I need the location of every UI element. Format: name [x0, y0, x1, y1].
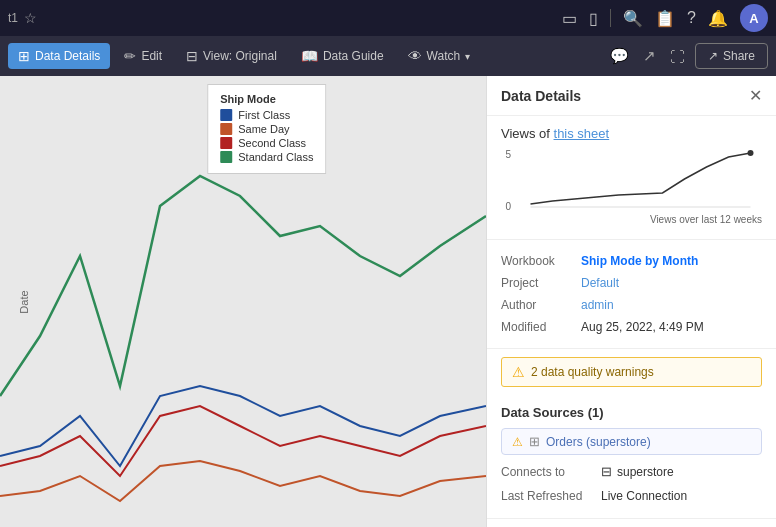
top-nav-bar: t1 ☆ ▭ ▯ 🔍 📋 ? 🔔 A — [0, 0, 776, 36]
share-button[interactable]: ↗ Share — [695, 43, 768, 69]
data-sources-section: Data Sources (1) ⚠ ⊞ Orders (superstore)… — [487, 395, 776, 519]
author-label: Author — [501, 298, 581, 312]
clipboard-icon[interactable]: 📋 — [655, 9, 675, 28]
datasource-name: Orders (superstore) — [546, 435, 651, 449]
warning-banner[interactable]: ⚠ 2 data quality warnings — [501, 357, 762, 387]
datasource-item[interactable]: ⚠ ⊞ Orders (superstore) — [501, 428, 762, 455]
metadata-section: Workbook Ship Mode by Month Project Defa… — [487, 240, 776, 349]
sparkline-svg — [519, 149, 762, 209]
modified-row: Modified Aug 25, 2022, 4:49 PM — [501, 316, 762, 338]
chart-svg — [0, 76, 486, 527]
connects-to-row: Connects to ⊟ superstore — [501, 459, 762, 484]
connects-to-icon: ⊟ — [601, 464, 612, 479]
modified-label: Modified — [501, 320, 581, 334]
workbook-row: Workbook Ship Mode by Month — [501, 250, 762, 272]
data-guide-button[interactable]: 📖 Data Guide — [291, 43, 394, 69]
last-refreshed-label: Last Refreshed — [501, 489, 601, 503]
views-section-title: Views of this sheet — [501, 126, 762, 141]
sparkline-min-label: 0 — [501, 201, 511, 212]
share-icon: ↗ — [708, 49, 718, 63]
last-refreshed-row: Last Refreshed Live Connection — [501, 484, 762, 508]
author-row: Author admin — [501, 294, 762, 316]
main-area: Date Ship Mode First Class Same Day Seco… — [0, 76, 776, 527]
nav-divider — [610, 9, 611, 27]
views-over-label: Views over last 12 weeks — [501, 214, 762, 225]
chart-area: Date Ship Mode First Class Same Day Seco… — [0, 76, 486, 527]
toolbar-icon-group: 💬 ↗ ⛶ — [604, 43, 691, 69]
project-value[interactable]: Default — [581, 276, 619, 290]
share-small-icon-button[interactable]: ↗ — [637, 43, 662, 69]
author-value[interactable]: admin — [581, 298, 614, 312]
project-label: Project — [501, 276, 581, 290]
watch-button[interactable]: 👁 Watch ▾ — [398, 43, 481, 69]
close-panel-button[interactable]: ✕ — [749, 86, 762, 105]
data-sources-title: Data Sources (1) — [501, 405, 762, 420]
star-icon[interactable]: ☆ — [24, 10, 37, 26]
this-sheet-link[interactable]: this sheet — [554, 126, 610, 141]
datasource-db-icon: ⊞ — [529, 434, 540, 449]
warning-text: 2 data quality warnings — [531, 365, 654, 379]
panel-title: Data Details — [501, 88, 581, 104]
view-original-button[interactable]: ⊟ View: Original — [176, 43, 287, 69]
modified-value: Aug 25, 2022, 4:49 PM — [581, 320, 704, 334]
avatar[interactable]: A — [740, 4, 768, 32]
project-row: Project Default — [501, 272, 762, 294]
svg-point-1 — [748, 150, 754, 156]
sparkline-container: 5 0 Views over last 12 weeks — [501, 149, 762, 225]
warning-icon: ⚠ — [512, 364, 525, 380]
phone-icon[interactable]: ▯ — [589, 9, 598, 28]
sparkline-max-label: 5 — [501, 149, 511, 160]
data-details-panel: Data Details ✕ Views of this sheet 5 0 — [486, 76, 776, 527]
edit-button[interactable]: ✏ Edit — [114, 43, 172, 69]
dropdown-arrow-icon: ▾ — [465, 51, 470, 62]
edit-icon: ✏ — [124, 48, 136, 64]
data-details-button[interactable]: ⊞ Data Details — [8, 43, 110, 69]
view-icon: ⊟ — [186, 48, 198, 64]
help-icon[interactable]: ? — [687, 9, 696, 27]
tab-title: t1 — [8, 11, 18, 25]
views-section: Views of this sheet 5 0 — [487, 116, 776, 240]
datasource-warning-icon: ⚠ — [512, 435, 523, 449]
workbook-value[interactable]: Ship Mode by Month — [581, 254, 698, 268]
watch-icon: 👁 — [408, 48, 422, 64]
panel-header: Data Details ✕ — [487, 76, 776, 116]
last-refreshed-value: Live Connection — [601, 489, 687, 503]
workbook-label: Workbook — [501, 254, 581, 268]
comment-icon-button[interactable]: 💬 — [604, 43, 635, 69]
fullscreen-icon-button[interactable]: ⛶ — [664, 44, 691, 69]
tablet-icon[interactable]: ▭ — [562, 9, 577, 28]
data-guide-icon: 📖 — [301, 48, 318, 64]
top-nav-icons: ▭ ▯ 🔍 📋 ? 🔔 A — [562, 4, 768, 32]
bell-icon[interactable]: 🔔 — [708, 9, 728, 28]
connects-to-label: Connects to — [501, 465, 601, 479]
connects-to-value: ⊟ superstore — [601, 464, 674, 479]
toolbar: ⊞ Data Details ✏ Edit ⊟ View: Original 📖… — [0, 36, 776, 76]
data-details-icon: ⊞ — [18, 48, 30, 64]
search-icon[interactable]: 🔍 — [623, 9, 643, 28]
